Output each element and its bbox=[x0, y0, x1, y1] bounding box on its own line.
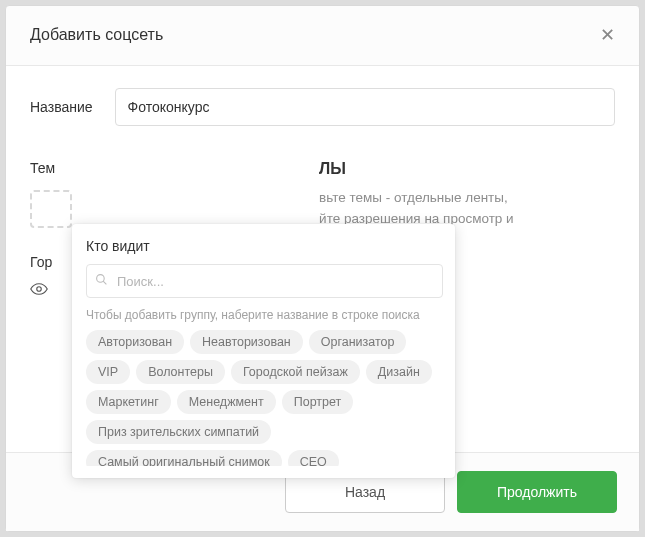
group-tag[interactable]: Дизайн bbox=[366, 360, 432, 384]
search-input[interactable] bbox=[86, 264, 443, 298]
svg-line-2 bbox=[103, 281, 106, 284]
tags-container: АвторизованНеавторизованОрганизаторVIPВо… bbox=[86, 330, 433, 466]
modal-title: Добавить соцсеть bbox=[30, 26, 163, 44]
search-icon bbox=[95, 272, 108, 290]
modal-header: Добавить соцсеть ✕ bbox=[6, 6, 639, 65]
group-tag[interactable]: Портрет bbox=[282, 390, 354, 414]
modal-body: Название Тем Гор ЛЫ вьте темы - отдельны… bbox=[6, 65, 639, 452]
close-button[interactable]: ✕ bbox=[600, 26, 615, 44]
name-row: Название bbox=[30, 88, 615, 126]
group-tag[interactable]: Приз зрительских симпатий bbox=[86, 420, 271, 444]
modal: Добавить соцсеть ✕ Название Тем Гор ЛЫ bbox=[5, 5, 640, 532]
add-slot[interactable] bbox=[30, 190, 72, 228]
close-icon: ✕ bbox=[600, 25, 615, 45]
topics-label-fragment: Тем bbox=[30, 160, 299, 176]
continue-button[interactable]: Продолжить bbox=[457, 471, 617, 513]
group-tag[interactable]: Авторизован bbox=[86, 330, 184, 354]
popover-title: Кто видит bbox=[86, 238, 443, 254]
name-input[interactable] bbox=[115, 88, 615, 126]
desc-line: вьте темы - отдельные ленты, bbox=[319, 188, 615, 209]
eye-icon bbox=[30, 284, 48, 301]
group-tag[interactable]: Менеджмент bbox=[177, 390, 276, 414]
popover-hint: Чтобы добавить группу, наберите название… bbox=[86, 308, 443, 322]
right-title-fragment: ЛЫ bbox=[319, 160, 615, 178]
group-tag[interactable]: Неавторизован bbox=[190, 330, 303, 354]
group-tag[interactable]: CEO bbox=[288, 450, 339, 466]
search-wrap bbox=[86, 264, 443, 298]
group-tag[interactable]: Самый оригинальный снимок bbox=[86, 450, 282, 466]
group-tag[interactable]: Волонтеры bbox=[136, 360, 225, 384]
group-tag[interactable]: Маркетинг bbox=[86, 390, 171, 414]
visibility-popover: Кто видит Чтобы добавить группу, наберит… bbox=[72, 224, 455, 478]
tags-scroll[interactable]: АвторизованНеавторизованОрганизаторVIPВо… bbox=[86, 330, 443, 466]
group-tag[interactable]: VIP bbox=[86, 360, 130, 384]
group-tag[interactable]: Организатор bbox=[309, 330, 407, 354]
name-label: Название bbox=[30, 99, 93, 115]
group-tag[interactable]: Городской пейзаж bbox=[231, 360, 360, 384]
svg-point-0 bbox=[37, 287, 42, 292]
svg-point-1 bbox=[97, 275, 105, 283]
